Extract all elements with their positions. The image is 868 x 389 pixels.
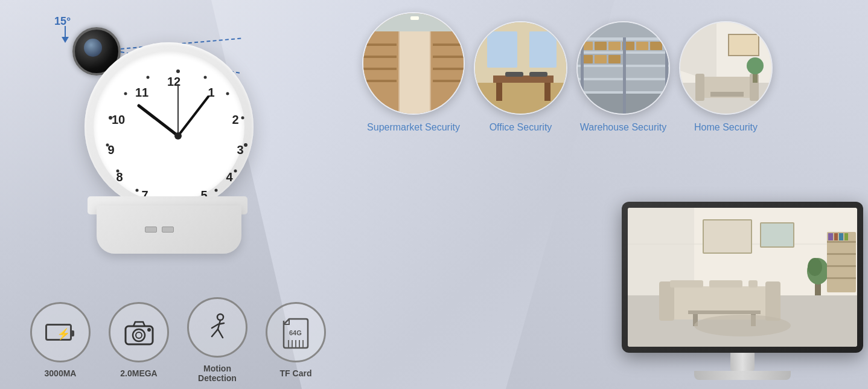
feature-mega: 2.0MEGA [109, 302, 169, 378]
svg-rect-126 [828, 233, 833, 240]
supermarket-image [363, 13, 465, 115]
svg-rect-84 [636, 42, 648, 50]
usb-port-1 [145, 227, 157, 233]
svg-rect-123 [827, 253, 856, 255]
imac-screen [628, 208, 857, 347]
svg-rect-90 [623, 37, 626, 115]
svg-rect-97 [695, 74, 704, 101]
svg-line-40 [218, 329, 223, 338]
supermarket-label: Supermarket Security [367, 122, 460, 133]
svg-text:10: 10 [112, 113, 125, 126]
svg-point-8 [215, 189, 218, 192]
usb-ports [145, 227, 174, 233]
svg-point-4 [226, 92, 229, 95]
svg-rect-127 [834, 233, 838, 240]
svg-point-120 [808, 258, 822, 276]
imac-outer [616, 202, 868, 371]
svg-rect-71 [505, 72, 523, 77]
svg-point-34 [133, 329, 145, 341]
use-case-office: Office Security [474, 21, 567, 133]
feature-tfcard: 64G TF Card [266, 302, 326, 378]
svg-rect-87 [595, 55, 607, 63]
svg-marker-1 [62, 37, 69, 43]
use-case-supermarket: Supermarket Security [362, 12, 465, 133]
svg-rect-72 [529, 72, 547, 77]
home-image [680, 22, 773, 115]
imac-screen-bezel [622, 202, 863, 353]
svg-rect-64 [475, 83, 567, 115]
svg-rect-111 [709, 280, 742, 288]
motion-circle [187, 297, 247, 358]
svg-text:9: 9 [107, 143, 114, 156]
svg-point-36 [147, 328, 151, 332]
clock-face: 12 1 2 3 4 5 6 7 8 9 10 11 [94, 51, 244, 202]
warehouse-circle [576, 21, 670, 115]
mega-label: 2.0MEGA [120, 368, 157, 378]
svg-rect-125 [827, 277, 856, 279]
svg-rect-56 [363, 80, 397, 82]
svg-text:8: 8 [116, 170, 123, 184]
right-section: Supermarket Security [350, 0, 868, 389]
office-image [475, 22, 567, 115]
svg-point-101 [747, 57, 764, 74]
svg-text:2: 2 [232, 113, 238, 126]
svg-point-2 [176, 69, 180, 73]
mega-circle [109, 302, 169, 362]
svg-line-39 [212, 329, 218, 336]
svg-rect-58 [433, 43, 465, 46]
svg-rect-117 [761, 223, 794, 247]
office-label: Office Security [490, 122, 552, 133]
svg-point-130 [694, 315, 791, 336]
imac-stand-base [694, 371, 791, 380]
battery-body: ⚡ [45, 324, 72, 341]
camera-icon [123, 319, 156, 346]
svg-point-3 [204, 76, 207, 79]
warehouse-image [578, 22, 670, 115]
svg-rect-91 [581, 37, 584, 115]
tfcard-circle: 64G [266, 302, 326, 362]
svg-rect-53 [363, 43, 397, 46]
sdcard-icon: 64G [281, 316, 311, 349]
use-cases-row: Supermarket Security [362, 12, 773, 133]
svg-rect-116 [703, 220, 752, 253]
svg-rect-110 [670, 280, 703, 288]
battery-circle: ⚡ [30, 302, 91, 362]
svg-rect-113 [688, 310, 761, 314]
svg-rect-85 [650, 42, 662, 50]
use-case-warehouse: Warehouse Security [576, 21, 670, 133]
angle-arrow-icon [59, 26, 71, 44]
svg-point-5 [241, 117, 244, 120]
svg-line-29 [178, 97, 208, 136]
svg-rect-81 [595, 42, 607, 50]
svg-rect-69 [496, 83, 502, 101]
svg-rect-61 [433, 80, 465, 82]
svg-rect-102 [710, 92, 744, 97]
svg-rect-82 [608, 42, 621, 50]
svg-rect-122 [827, 241, 856, 243]
svg-point-32 [174, 132, 182, 140]
office-circle [474, 21, 567, 115]
svg-point-6 [244, 143, 247, 147]
svg-text:64G: 64G [289, 329, 302, 336]
clock-base [97, 205, 241, 254]
svg-rect-89 [665, 37, 668, 115]
monitor-section [616, 196, 868, 389]
svg-rect-51 [400, 31, 430, 115]
battery-icon: ⚡ [45, 324, 75, 341]
svg-rect-60 [433, 68, 465, 70]
svg-rect-66 [487, 31, 517, 68]
svg-point-7 [234, 170, 237, 173]
tfcard-label: TF Card [280, 368, 312, 378]
svg-point-15 [124, 92, 127, 95]
home-label: Home Security [694, 122, 758, 133]
battery-tip [71, 330, 74, 336]
svg-point-16 [147, 76, 150, 79]
room-scene-svg [628, 208, 857, 347]
clock-svg-container: 12 1 2 3 4 5 6 7 8 9 10 11 [103, 60, 254, 211]
motion-label: Motion Detection [187, 364, 247, 383]
warehouse-label: Warehouse Security [580, 122, 666, 133]
feature-battery: ⚡ 3000MA [30, 302, 91, 378]
features-row: ⚡ 3000MA 2.0MEGA [30, 297, 326, 383]
battery-label: 3000MA [45, 368, 77, 378]
clock-body: 12 1 2 3 4 5 6 7 8 9 10 11 [85, 42, 266, 260]
